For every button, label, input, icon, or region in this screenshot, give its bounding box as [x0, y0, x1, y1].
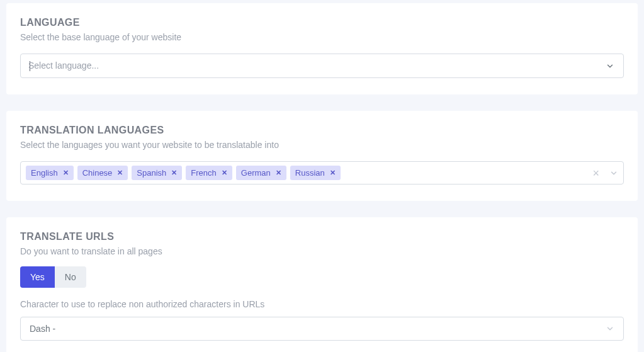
remove-tag-icon[interactable]: ✕ [222, 169, 227, 177]
translation-languages-multiselect[interactable]: English✕Chinese✕Spanish✕French✕German✕Ru… [20, 161, 624, 185]
card-language: LANGUAGE Select the base language of you… [6, 3, 638, 94]
remove-tag-icon[interactable]: ✕ [63, 169, 69, 177]
language-tag-label: French [191, 168, 216, 178]
toggle-yes-button[interactable]: Yes [20, 266, 55, 288]
remove-tag-icon[interactable]: ✕ [276, 169, 281, 177]
language-tag: Spanish✕ [132, 166, 182, 180]
card-title: LANGUAGE [20, 17, 624, 28]
toggle-no-button[interactable]: No [55, 266, 86, 288]
language-tag: Russian✕ [290, 166, 341, 180]
card-translate-urls: TRANSLATE URLS Do you want to translate … [6, 217, 638, 352]
language-tag-label: Russian [295, 168, 325, 178]
card-title: TRANSLATE URLS [20, 231, 624, 242]
chevron-down-icon [606, 62, 614, 71]
multiselect-controls: × [592, 167, 618, 179]
language-tag-label: English [31, 168, 58, 178]
language-tag: Chinese✕ [77, 166, 128, 180]
language-tag: English✕ [26, 166, 74, 180]
language-tag: German✕ [236, 166, 286, 180]
remove-tag-icon[interactable]: ✕ [171, 169, 177, 177]
card-title: TRANSLATION LANGUAGES [20, 125, 624, 136]
translate-urls-toggle: Yes No [20, 266, 86, 288]
language-tag-label: Chinese [82, 168, 113, 178]
tag-list: English✕Chinese✕Spanish✕French✕German✕Ru… [26, 166, 341, 180]
card-description: Select the base language of your website [20, 32, 624, 42]
language-tag: French✕ [186, 166, 232, 180]
language-tag-label: German [241, 168, 271, 178]
card-translation-languages: TRANSLATION LANGUAGES Select the languag… [6, 111, 638, 201]
remove-tag-icon[interactable]: ✕ [330, 169, 336, 177]
replacement-char-label: Character to use to replace non authoriz… [20, 299, 624, 309]
language-tag-label: Spanish [137, 168, 166, 178]
replacement-char-select[interactable]: Dash - [20, 317, 624, 341]
card-description: Select the languages you want your websi… [20, 140, 624, 150]
language-select[interactable]: Select language... [20, 54, 624, 78]
card-description: Do you want to translate in all pages [20, 246, 624, 256]
language-select-placeholder: Select language... [30, 60, 99, 71]
replacement-char-value: Dash - [30, 324, 55, 334]
chevron-down-icon[interactable] [609, 169, 618, 178]
remove-tag-icon[interactable]: ✕ [117, 169, 123, 177]
chevron-down-icon [606, 324, 614, 333]
clear-all-icon[interactable]: × [592, 167, 599, 179]
